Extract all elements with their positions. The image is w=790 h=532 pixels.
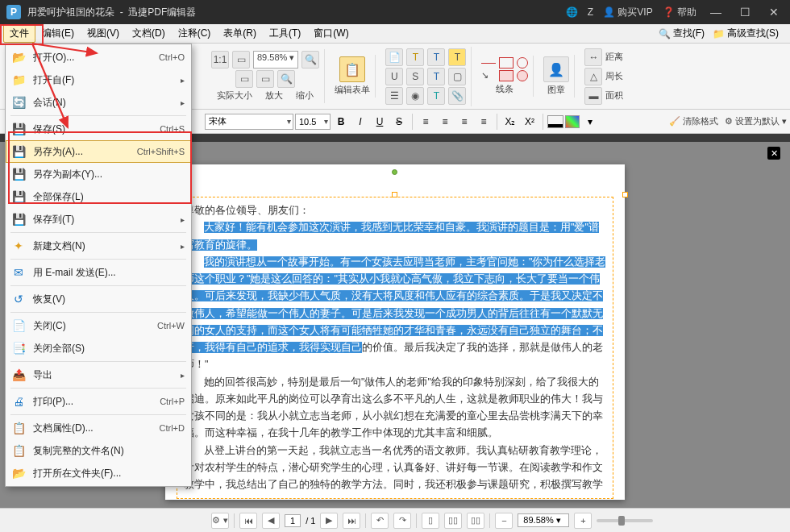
zoom-in-button[interactable]: +: [574, 513, 592, 529]
menu-close[interactable]: 📄关闭(C)Ctrl+W: [6, 314, 191, 337]
text-edit-box[interactable]: 尊敬的各位领导、朋友们： 大家好！能有机会参加这次演讲，我感到无比荣幸和自豪。我…: [177, 197, 613, 499]
underline-button[interactable]: U: [371, 114, 389, 130]
menu-document[interactable]: 文档(D): [126, 24, 172, 43]
globe-icon[interactable]: 🌐: [566, 6, 578, 18]
font-color-button[interactable]: [547, 115, 563, 128]
menu-open[interactable]: 📂打开(O)...Ctrl+O: [6, 46, 191, 69]
menu-new-doc[interactable]: ✦新建文档(N)▸: [6, 235, 191, 257]
next-page-button[interactable]: ▶: [320, 513, 338, 529]
shape-arrow-icon[interactable]: ↘: [481, 70, 496, 81]
menu-open-from[interactable]: 📁打开自(F)▸: [6, 69, 191, 91]
options-button[interactable]: ⚙ ▾: [211, 513, 229, 529]
menu-print[interactable]: 🖨打印(P)...Ctrl+P: [6, 390, 191, 413]
menu-window[interactable]: 窗口(W): [307, 24, 355, 43]
menu-email[interactable]: ✉用 E-mail 发送(E)...: [6, 261, 191, 284]
attach-icon[interactable]: 📎: [448, 87, 466, 105]
text-box-icon[interactable]: T: [427, 48, 445, 66]
font-size-combo[interactable]: 10.5: [295, 114, 331, 130]
subscript-button[interactable]: X₂: [501, 114, 519, 130]
clear-format-button[interactable]: 🧹 清除格式: [669, 115, 718, 127]
maximize-button[interactable]: ☐: [735, 6, 755, 19]
fit-page-icon[interactable]: ▭: [256, 70, 274, 88]
resize-handle-ne[interactable]: [622, 192, 628, 197]
zoom-in-icon[interactable]: 🔍: [301, 51, 319, 69]
user-initial[interactable]: Z: [588, 6, 593, 18]
last-page-button[interactable]: ⏭: [343, 513, 360, 529]
close-tab-button[interactable]: ✕: [767, 147, 780, 160]
menu-copy-name[interactable]: 📋复制完整的文件名(N): [6, 439, 191, 462]
menu-save[interactable]: 💾保存(S)Ctrl+S: [6, 118, 191, 140]
help-link[interactable]: ❓ 帮助: [663, 6, 696, 19]
find-button[interactable]: 🔍 查找(F): [659, 27, 705, 40]
resize-handle-n[interactable]: [392, 192, 397, 197]
zoom-out-button[interactable]: −: [495, 513, 513, 529]
menu-doc-props[interactable]: 📋文档属性(D)...Ctrl+D: [6, 417, 191, 439]
strike-button[interactable]: S: [390, 114, 408, 130]
shape-line-icon[interactable]: [481, 63, 496, 64]
perimeter-icon[interactable]: △: [584, 68, 602, 85]
menu-open-folder[interactable]: 📂打开所在文件夹(F)...: [6, 462, 191, 484]
page-number-input[interactable]: 1: [285, 514, 301, 527]
rotate-handle[interactable]: [392, 169, 397, 175]
shape-rect-fill-icon[interactable]: [499, 70, 514, 81]
text-blue-icon[interactable]: T: [427, 68, 445, 85]
area-icon[interactable]: ▬: [584, 87, 602, 105]
fit-width-icon[interactable]: ▭: [235, 70, 253, 88]
superscript-button[interactable]: X²: [521, 114, 538, 130]
text-t-icon[interactable]: T: [406, 48, 424, 66]
minimize-button[interactable]: —: [706, 6, 726, 19]
nav-back-button[interactable]: ↶: [371, 513, 389, 529]
text-aqua-icon[interactable]: T: [427, 87, 445, 105]
set-default-button[interactable]: ⚙ 设置为默认 ▾: [725, 115, 787, 127]
highlight-icon[interactable]: T: [448, 48, 466, 66]
zoom-value-input[interactable]: 89.58% ▾: [518, 513, 569, 527]
shape-rect-icon[interactable]: [499, 57, 514, 69]
fit-icon[interactable]: ▭: [232, 51, 250, 69]
align-justify-button[interactable]: ≡: [475, 114, 493, 130]
menu-file[interactable]: 文件: [3, 24, 35, 43]
text-tool-icon[interactable]: 📄: [385, 48, 403, 66]
underline-tool-icon[interactable]: U: [385, 68, 403, 85]
bg-color-button[interactable]: [565, 115, 580, 128]
menu-tools[interactable]: 工具(T): [263, 24, 307, 43]
page-canvas[interactable]: 尊敬的各位领导、朋友们： 大家好！能有机会参加这次演讲，我感到无比荣幸和自豪。我…: [165, 164, 625, 500]
align-right-button[interactable]: ≡: [455, 114, 473, 130]
menu-comment[interactable]: 注释(C): [172, 24, 218, 43]
stamp-small-icon[interactable]: ◉: [406, 87, 424, 105]
actual-size-icon[interactable]: 1:1: [211, 51, 229, 69]
prev-page-button[interactable]: ◀: [262, 513, 280, 529]
zoom-slider[interactable]: [597, 519, 653, 522]
distance-icon[interactable]: ↔: [584, 48, 602, 66]
shape-circle-fill-icon[interactable]: [517, 70, 528, 81]
zoom-combo[interactable]: 89.58% ▾: [253, 51, 298, 69]
first-page-button[interactable]: ⏮: [239, 513, 257, 529]
font-name-combo[interactable]: 宋体: [205, 114, 293, 130]
color-dropdown[interactable]: ▾: [581, 114, 599, 130]
menu-view[interactable]: 视图(V): [81, 24, 126, 43]
view-cont-button[interactable]: ▯▯: [444, 513, 462, 529]
menu-revert[interactable]: ↺恢复(V): [6, 288, 191, 310]
menu-export[interactable]: 📤导出▸: [6, 364, 191, 386]
italic-button[interactable]: I: [351, 114, 369, 130]
menu-save-all[interactable]: 💾全部保存(L): [6, 185, 191, 208]
view-facing-button[interactable]: ▯▯: [467, 513, 484, 529]
menu-save-copy[interactable]: 💾另存为副本(Y)...: [6, 163, 191, 185]
menu-save-as[interactable]: 💾另存为(A)...Ctrl+Shift+S: [6, 140, 191, 163]
close-window-button[interactable]: ✕: [764, 6, 784, 19]
note-icon[interactable]: ☰: [385, 87, 403, 105]
callout-icon[interactable]: ▢: [448, 68, 466, 85]
shape-circle-icon[interactable]: [517, 57, 528, 69]
buy-vip-link[interactable]: 👤 购买VIP: [603, 6, 653, 19]
view-single-button[interactable]: ▯: [422, 513, 439, 529]
bold-button[interactable]: B: [332, 114, 350, 130]
menu-form[interactable]: 表单(R): [217, 24, 263, 43]
menu-edit[interactable]: 编辑(E): [35, 24, 81, 43]
zoom-out-icon[interactable]: 🔍: [277, 70, 295, 88]
align-left-button[interactable]: ≡: [417, 114, 434, 130]
menu-close-all[interactable]: 📑关闭全部(S): [6, 337, 191, 360]
menu-save-to[interactable]: 💾保存到(T)▸: [6, 208, 191, 231]
strike-tool-icon[interactable]: S: [406, 68, 424, 85]
advanced-find-button[interactable]: 📁 高级查找(S): [713, 27, 779, 40]
menu-session[interactable]: 🔄会话(N)▸: [6, 91, 191, 114]
stamp-icon[interactable]: 👤: [543, 56, 569, 82]
